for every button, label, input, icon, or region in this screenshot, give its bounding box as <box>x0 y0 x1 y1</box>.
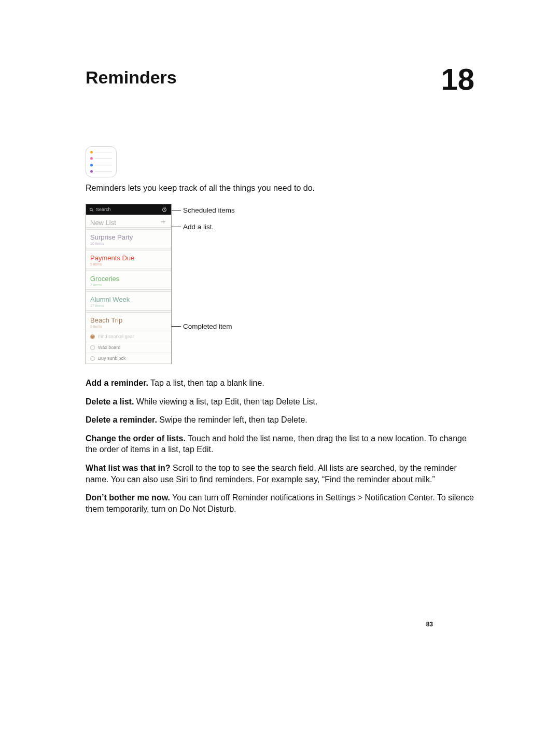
para-text: Tap a list, then tap a blank line. <box>148 379 264 387</box>
svg-line-5 <box>163 207 164 207</box>
phone-mock: Search New List ＋ Surprise Party 10 item… <box>86 204 172 364</box>
para-bold: Change the order of lists. <box>86 434 186 443</box>
line-icon <box>95 158 112 159</box>
body-para: Add a reminder. Tap a list, then tap a b… <box>86 377 474 389</box>
para-bold: Delete a reminder. <box>86 415 157 424</box>
line-icon <box>95 171 112 172</box>
callout-line-icon <box>172 210 181 211</box>
list-name: Alumni Week <box>86 292 171 304</box>
reminder-item[interactable]: Wax board <box>86 342 171 353</box>
chapter-header: Reminders 18 <box>86 67 474 94</box>
callout-addlist: Add a list. <box>183 223 214 231</box>
new-list-row[interactable]: New List ＋ <box>86 215 171 228</box>
svg-line-4 <box>164 210 165 211</box>
clock-icon[interactable] <box>161 206 168 213</box>
list-name: Beach Trip <box>86 313 171 325</box>
reminder-text: Wax board <box>98 345 120 350</box>
dot-icon <box>90 157 93 160</box>
list-card[interactable]: Payments Due 5 items <box>86 250 171 269</box>
plus-icon[interactable]: ＋ <box>159 217 167 225</box>
list-count: 7 items <box>86 283 171 289</box>
page: Reminders 18 Reminders lets you keep tra… <box>0 0 560 742</box>
para-bold: What list was that in? <box>86 464 171 472</box>
para-text: Swipe the reminder left, then tap Delete… <box>157 415 307 424</box>
svg-line-1 <box>92 210 93 211</box>
reminders-app-icon <box>86 146 117 177</box>
list-count: 5 items <box>86 262 171 269</box>
para-bold: Add a reminder. <box>86 379 148 387</box>
reminder-text: Buy sunblock <box>98 356 126 361</box>
dot-icon <box>90 170 93 173</box>
checkbox-icon[interactable] <box>90 345 95 350</box>
para-bold: Delete a list. <box>86 397 134 406</box>
callout-line-icon <box>172 227 181 227</box>
para-text: While viewing a list, tap Edit, then tap… <box>134 397 317 406</box>
body-para: Delete a list. While viewing a list, tap… <box>86 396 474 408</box>
search-bar[interactable]: Search <box>86 204 171 215</box>
chapter-number: 18 <box>441 64 474 94</box>
line-icon <box>95 152 112 152</box>
reminder-item[interactable]: Find snorkel gear <box>86 331 171 342</box>
dot-icon <box>90 164 93 166</box>
body-para: Don’t bother me now. You can turn off Re… <box>86 492 474 514</box>
callouts: Scheduled items Add a list. Completed it… <box>172 204 255 364</box>
para-bold: Don’t bother me now. <box>86 493 170 502</box>
reminder-item[interactable]: Buy sunblock <box>86 353 171 363</box>
body-para: Delete a reminder. Swipe the reminder le… <box>86 414 474 426</box>
list-card[interactable]: Surprise Party 10 items <box>86 229 171 248</box>
body-para: Change the order of lists. Touch and hol… <box>86 433 474 455</box>
reminder-text: Find snorkel gear <box>98 334 134 339</box>
list-name: Surprise Party <box>86 230 171 242</box>
list-count: 10 items <box>86 242 171 248</box>
list-card[interactable]: Beach Trip 6 items Find snorkel gear Wax… <box>86 312 171 364</box>
chapter-title: Reminders <box>86 67 177 88</box>
list-name: Payments Due <box>86 250 171 262</box>
svg-point-0 <box>90 208 93 211</box>
list-name: Groceries <box>86 271 171 283</box>
list-card[interactable]: Groceries 7 items <box>86 271 171 290</box>
list-card[interactable]: Alumni Week 17 items <box>86 291 171 311</box>
search-placeholder: Search <box>96 207 111 212</box>
list-count: 6 items <box>86 325 171 331</box>
body-para: What list was that in? Scroll to the top… <box>86 463 474 485</box>
dot-icon <box>90 151 93 153</box>
intro-text: Reminders lets you keep track of all the… <box>86 184 474 193</box>
new-list-label: New List <box>86 215 120 227</box>
callout-scheduled: Scheduled items <box>183 206 235 214</box>
list-count: 17 items <box>86 304 171 310</box>
search-icon <box>89 207 94 212</box>
checkbox-done-icon[interactable] <box>90 334 95 339</box>
line-icon <box>95 165 112 165</box>
callout-line-icon <box>172 326 181 327</box>
svg-line-6 <box>165 207 166 207</box>
screenshot-figure: Search New List ＋ Surprise Party 10 item… <box>86 204 474 364</box>
page-number: 83 <box>426 621 433 628</box>
callout-completed: Completed item <box>183 323 232 330</box>
checkbox-icon[interactable] <box>90 356 95 361</box>
